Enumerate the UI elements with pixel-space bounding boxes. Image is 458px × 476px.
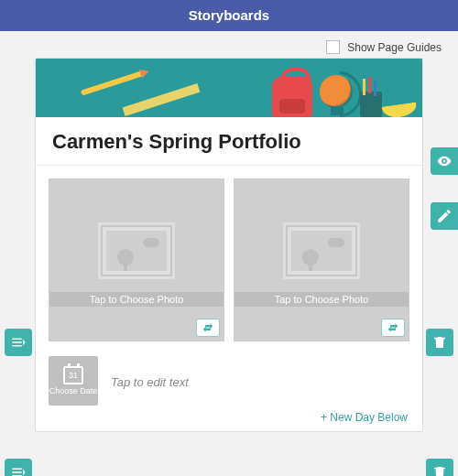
photo-row: Tap to Choose Photo Tap to Choose Photo xyxy=(36,166,422,351)
lines-icon xyxy=(10,334,27,351)
photo-placeholder-icon xyxy=(283,222,360,279)
show-guides-label: Show Page Guides xyxy=(347,41,442,54)
backpack-graphic xyxy=(272,77,312,117)
calendar-icon: 31 xyxy=(63,366,83,384)
reorder-day-button[interactable] xyxy=(5,459,32,476)
globe-graphic xyxy=(320,75,353,108)
photo-caption: Tap to Choose Photo xyxy=(234,292,409,307)
photo-slot[interactable]: Tap to Choose Photo xyxy=(234,178,409,341)
eye-icon xyxy=(436,153,453,169)
delete-day-button[interactable] xyxy=(426,459,453,476)
delete-section-button[interactable] xyxy=(426,329,453,356)
swap-icon xyxy=(387,321,399,334)
choose-date-label: Choose Date xyxy=(49,387,98,396)
swap-icon xyxy=(202,321,214,334)
pencil-graphic xyxy=(81,70,143,95)
trash-icon xyxy=(431,464,448,476)
reorder-section-button[interactable] xyxy=(5,329,32,356)
swap-photo-button[interactable] xyxy=(196,319,220,337)
title-row[interactable]: Carmen's Spring Portfolio xyxy=(36,117,422,166)
pencil-cup-graphic xyxy=(360,92,382,117)
page-title: Storyboards xyxy=(0,0,458,31)
lines-icon xyxy=(10,464,27,476)
photo-slot[interactable]: Tap to Choose Photo xyxy=(49,178,224,341)
hero-banner[interactable] xyxy=(36,59,422,117)
show-guides-checkbox[interactable] xyxy=(326,40,340,54)
preview-button[interactable] xyxy=(431,147,458,175)
banana-graphic xyxy=(381,96,418,117)
new-day-button[interactable]: + New Day Below xyxy=(36,407,422,431)
storyboard-title: Carmen's Spring Portfolio xyxy=(52,130,406,154)
text-input[interactable]: Tap to edit text xyxy=(111,373,409,389)
storyboard-card: Carmen's Spring Portfolio Tap to Choose … xyxy=(35,58,423,432)
stage: Carmen's Spring Portfolio Tap to Choose … xyxy=(0,58,458,432)
photo-placeholder-icon xyxy=(98,222,175,279)
choose-date-button[interactable]: 31 Choose Date xyxy=(49,356,98,406)
photo-caption: Tap to Choose Photo xyxy=(49,292,224,307)
pencil-icon xyxy=(436,208,453,224)
swap-photo-button[interactable] xyxy=(381,319,405,337)
toolbar: Show Page Guides xyxy=(0,31,458,58)
trash-icon xyxy=(431,334,448,351)
ruler-graphic xyxy=(123,83,201,116)
edit-title-button[interactable] xyxy=(431,202,458,230)
day-row: 31 Choose Date Tap to edit text xyxy=(36,351,422,407)
